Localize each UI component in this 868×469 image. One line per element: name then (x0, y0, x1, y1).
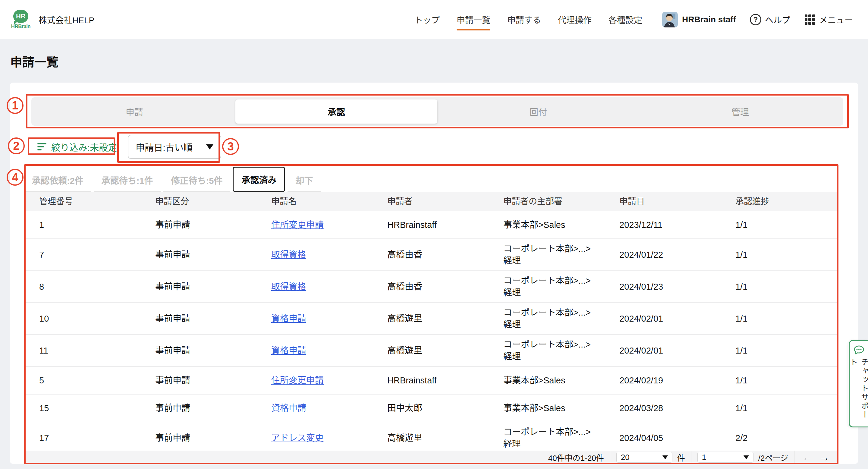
progress-label: 1/1 (735, 219, 747, 231)
cell-applicant: 高橋遊里 (387, 432, 503, 444)
main-card: 申請承認回付管理 絞り込み:未設定 申請日:古い順 承認依頼:2件承認待ち:1件… (10, 83, 858, 464)
cell-progress: 1/1 (735, 249, 838, 261)
progress-bar (752, 221, 801, 229)
hrbrain-logo[interactable]: HR HRBrain (11, 10, 31, 30)
status-tab[interactable]: 承認済み (233, 167, 285, 192)
segment-tab[interactable]: 申請 (33, 99, 236, 124)
cell-date: 2024/02/19 (619, 374, 735, 386)
chat-support-button[interactable]: チャットサポート (849, 340, 868, 428)
cell-category: 事前申請 (155, 219, 271, 231)
column-header-applicant: 申請者 (387, 196, 503, 208)
request-name-link[interactable]: 資格申請 (271, 403, 306, 413)
status-tab[interactable]: 却下 (287, 169, 321, 192)
cell-progress: 1/1 (735, 313, 838, 324)
column-header-category: 申請区分 (155, 196, 271, 208)
cell-id: 11 (39, 345, 155, 356)
request-name-link[interactable]: 資格申請 (271, 314, 306, 323)
table-row: 15 事前申請 資格申請 田中太郎 事業本部>Sales 2024/03/28 … (24, 395, 838, 422)
page-title: 申請一覧 (10, 53, 868, 70)
pagination-range: 40件中の1-20件 (542, 450, 610, 464)
column-header-name: 申請名 (271, 196, 387, 208)
progress-bar (752, 434, 801, 442)
cell-applicant: 高橋遊里 (387, 345, 503, 356)
pagination-bar: 40件中の1-20件 20 件 1 /2ページ ← → (24, 450, 838, 464)
cell-id: 17 (39, 432, 155, 444)
status-tab[interactable]: 承認待ち:1件 (94, 169, 161, 192)
next-page-arrow-icon[interactable]: → (819, 451, 830, 463)
table-row: 5 事前申請 住所変更申請 HRBrainstaff 事業本部>Sales 20… (24, 367, 838, 395)
cell-progress: 1/1 (735, 402, 838, 414)
cell-id: 10 (39, 313, 155, 324)
request-name-link[interactable]: 住所変更申請 (271, 220, 324, 230)
cell-name: 資格申請 (271, 402, 387, 414)
cell-id: 8 (39, 281, 155, 293)
page-total: /2ページ (758, 452, 788, 463)
cell-progress: 1/1 (735, 374, 838, 386)
cell-id: 1 (39, 219, 155, 231)
table-row: 7 事前申請 取得資格 高橋由香 コーポレート本部>...>経理 2024/01… (24, 239, 838, 271)
cell-name: 取得資格 (271, 281, 387, 293)
user-area: HRBrain staff ? ヘルプ メニュー (662, 12, 853, 27)
cell-category: 事前申請 (155, 345, 271, 356)
cell-progress: 2/2 (735, 432, 838, 444)
nav-item[interactable]: トップ (414, 13, 440, 26)
cell-department: 事業本部>Sales (503, 219, 619, 231)
segment-tab[interactable]: 承認 (236, 99, 437, 124)
per-page-group: 20 件 (610, 450, 691, 464)
column-header-id: 管理番号 (39, 196, 155, 208)
top-bar: HR HRBrain 株式会社HELP トップ申請一覧申請する代理操作各種設定 … (0, 0, 868, 39)
user-avatar[interactable] (662, 12, 678, 27)
nav-item[interactable]: 代理操作 (558, 13, 592, 26)
table-row: 10 事前申請 資格申請 高橋遊里 コーポレート本部>...>経理 2024/0… (24, 303, 838, 335)
cell-category: 事前申請 (155, 249, 271, 261)
progress-bar (752, 376, 801, 384)
nav-item[interactable]: 申請一覧 (457, 13, 490, 26)
cell-category: 事前申請 (155, 402, 271, 414)
cell-date: 2024/02/01 (619, 313, 735, 324)
table-row: 8 事前申請 取得資格 高橋由香 コーポレート本部>...>経理 2024/01… (24, 271, 838, 303)
per-page-select[interactable]: 20 (616, 452, 673, 463)
progress-label: 1/1 (735, 281, 747, 293)
progress-label: 1/1 (735, 249, 747, 261)
per-page-value: 20 (621, 453, 629, 462)
sort-dropdown[interactable]: 申請日:古い順 (128, 135, 221, 159)
progress-bar (752, 404, 801, 412)
cell-date: 2023/12/11 (619, 219, 735, 231)
menu-button[interactable]: メニュー (805, 13, 853, 26)
sort-dropdown-value: 申請日:古い順 (135, 140, 192, 153)
cell-date: 2024/04/05 (619, 432, 735, 444)
cell-name: 資格申請 (271, 313, 387, 324)
nav-item[interactable]: 申請する (507, 13, 541, 26)
request-name-link[interactable]: アドレス変更 (271, 433, 324, 443)
request-name-link[interactable]: 取得資格 (271, 250, 306, 259)
cell-name: 住所変更申請 (271, 219, 387, 231)
menu-grid-icon (805, 14, 815, 25)
filter-label: 絞り込み:未設定 (51, 140, 117, 153)
chevron-down-icon (662, 456, 668, 459)
progress-label: 1/1 (735, 345, 747, 356)
page-select[interactable]: 1 (698, 452, 753, 463)
nav-item[interactable]: 各種設定 (609, 13, 642, 26)
help-button[interactable]: ? ヘルプ (750, 13, 790, 26)
per-page-unit: 件 (677, 452, 685, 463)
cell-category: 事前申請 (155, 313, 271, 324)
segment-tab[interactable]: 管理 (639, 99, 841, 124)
table-row: 11 事前申請 資格申請 高橋遊里 コーポレート本部>...>経理 2024/0… (24, 335, 838, 367)
filter-button[interactable]: 絞り込み:未設定 (31, 140, 123, 153)
cell-name: アドレス変更 (271, 432, 387, 444)
status-tab[interactable]: 修正待ち:5件 (163, 169, 230, 192)
status-tab[interactable]: 承認依頼:2件 (24, 169, 91, 192)
table-row: 17 事前申請 アドレス変更 高橋遊里 コーポレート本部>...>経理 2024… (24, 422, 838, 450)
cell-applicant: HRBrainstaff (387, 219, 503, 231)
column-header-department: 申請者の主部署 (503, 196, 619, 208)
page-value: 1 (702, 453, 706, 462)
progress-bar (752, 315, 801, 322)
requests-table: 管理番号 申請区分 申請名 申請者 申請者の主部署 申請日 承認進捗 1 事前申… (24, 192, 838, 464)
request-name-link[interactable]: 資格申請 (271, 346, 306, 355)
request-name-link[interactable]: 取得資格 (271, 282, 306, 291)
table-row: 1 事前申請 住所変更申請 HRBrainstaff 事業本部>Sales 20… (24, 211, 838, 239)
chevron-down-icon (206, 145, 213, 150)
request-name-link[interactable]: 住所変更申請 (271, 376, 324, 385)
segment-tab[interactable]: 回付 (437, 99, 639, 124)
cell-department: コーポレート本部>...>経理 (503, 243, 619, 267)
